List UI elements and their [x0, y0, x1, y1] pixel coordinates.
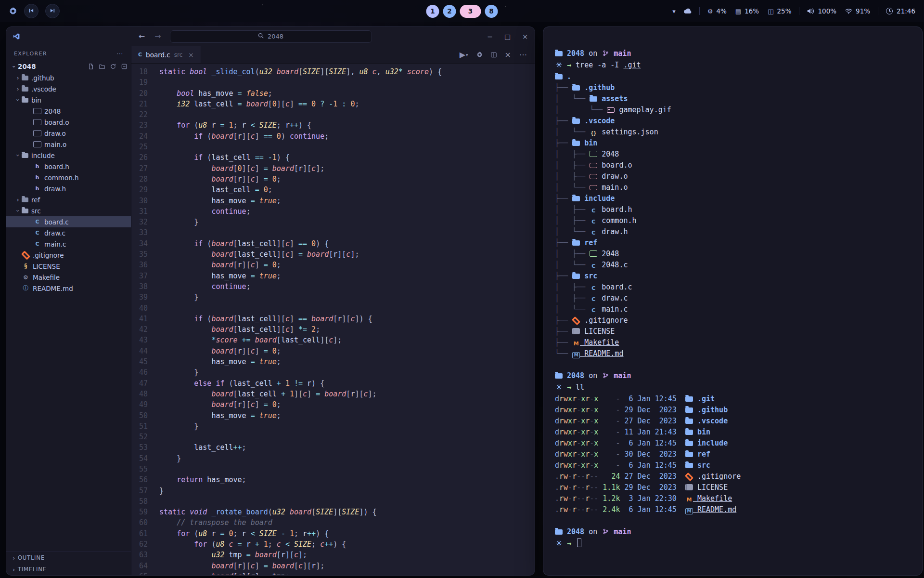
- more-actions-icon[interactable]: ⋯: [519, 50, 527, 59]
- code-line-60[interactable]: 60 // transpose the board: [131, 517, 535, 528]
- tab-close-icon[interactable]: ×: [188, 51, 193, 59]
- code-line-21[interactable]: 21 i32 last_cell = board[0][c] == 0 ? -1…: [131, 99, 535, 109]
- code-line-34[interactable]: 34 if (board[last_cell][c] == 0) {: [131, 238, 535, 249]
- tab-board-c[interactable]: C board.c src ×: [131, 46, 201, 63]
- explorer-item-draw.h[interactable]: hdraw.h: [6, 183, 131, 194]
- code-area[interactable]: 18static bool _slide_col(u32 board[SIZE]…: [131, 64, 535, 575]
- code-line-44[interactable]: 44 board[r][c] = 0;: [131, 346, 535, 356]
- weather-cloud-icon[interactable]: [683, 8, 692, 14]
- code-line-22[interactable]: 22: [131, 109, 535, 120]
- code-line-46[interactable]: 46 }: [131, 367, 535, 378]
- code-line-43[interactable]: 43 *score += board[last_cell][c];: [131, 335, 535, 345]
- code-line-36[interactable]: 36 board[r][c] = 0;: [131, 260, 535, 270]
- code-line-62[interactable]: 62 for (u8 c = r + 1; c < SIZE; c++) {: [131, 539, 535, 550]
- explorer-item-board.c[interactable]: Cboard.c: [6, 216, 131, 227]
- code-line-38[interactable]: 38 continue;: [131, 281, 535, 292]
- code-line-47[interactable]: 47 else if (last_cell + 1 != r) {: [131, 378, 535, 389]
- terminal-window[interactable]: 2048 on main → tree -a -I .git .├── .git…: [543, 26, 923, 576]
- code-line-20[interactable]: 20 bool has_move = false;: [131, 88, 535, 99]
- code-line-19[interactable]: 19: [131, 77, 535, 88]
- settings-gear-icon[interactable]: [476, 52, 483, 58]
- explorer-item-README.md[interactable]: ⓘREADME.md: [6, 283, 131, 294]
- code-line-40[interactable]: 40: [131, 303, 535, 314]
- explorer-item-2048[interactable]: 2048: [6, 105, 131, 117]
- code-line-61[interactable]: 61 for (u8 r = 0; r < SIZE - 1; r++) {: [131, 528, 535, 539]
- vscode-titlebar[interactable]: ← → 2048 − □ ×: [6, 27, 535, 46]
- code-line-55[interactable]: 55: [131, 464, 535, 474]
- refresh-icon[interactable]: [110, 64, 116, 69]
- code-line-54[interactable]: 54 }: [131, 453, 535, 464]
- explorer-item-main.c[interactable]: Cmain.c: [6, 238, 131, 250]
- workspace-2[interactable]: 2: [443, 5, 456, 18]
- code-line-32[interactable]: 32 }: [131, 217, 535, 227]
- code-line-51[interactable]: 51 }: [131, 421, 535, 432]
- close-editor-icon[interactable]: ×: [505, 50, 511, 59]
- nav-back-icon[interactable]: ←: [139, 32, 145, 41]
- code-line-37[interactable]: 37 has_move = true;: [131, 271, 535, 281]
- workspace-8[interactable]: 8: [485, 5, 498, 18]
- code-line-49[interactable]: 49 board[r][c] = 0;: [131, 399, 535, 410]
- code-line-31[interactable]: 31 continue;: [131, 206, 535, 217]
- explorer-item-ref[interactable]: ›ref: [6, 194, 131, 205]
- explorer-item-src[interactable]: ›src: [6, 205, 131, 216]
- workspace-1[interactable]: 1: [426, 5, 439, 18]
- new-folder-icon[interactable]: [99, 64, 105, 69]
- code-line-39[interactable]: 39 }: [131, 292, 535, 302]
- code-line-42[interactable]: 42 board[last_cell][c] *= 2;: [131, 324, 535, 335]
- code-line-23[interactable]: 23 for (u8 r = 1; r < SIZE; r++) {: [131, 120, 535, 131]
- code-line-45[interactable]: 45 has_move = true;: [131, 356, 535, 367]
- timeline-section[interactable]: › TIMELINE: [6, 564, 131, 575]
- minimize-button[interactable]: −: [487, 33, 493, 40]
- code-line-29[interactable]: 29 last_cell = 0;: [131, 184, 535, 195]
- explorer-item-.vscode[interactable]: ›.vscode: [6, 83, 131, 94]
- code-line-27[interactable]: 27 board[0][c] = board[r][c];: [131, 163, 535, 174]
- explorer-more-icon[interactable]: ···: [117, 51, 124, 57]
- code-line-24[interactable]: 24 if (board[r][c] == 0) continue;: [131, 131, 535, 142]
- explorer-item-include[interactable]: ›include: [6, 150, 131, 161]
- code-line-53[interactable]: 53 last_cell++;: [131, 442, 535, 453]
- code-line-35[interactable]: 35 board[last_cell][c] = board[r][c];: [131, 249, 535, 260]
- code-line-63[interactable]: 63 u32 tmp = board[r][c];: [131, 550, 535, 560]
- code-line-59[interactable]: 59static void _rotate_board(u32 board[SI…: [131, 507, 535, 517]
- explorer-item-common.h[interactable]: hcommon.h: [6, 172, 131, 183]
- explorer-item-LICENSE[interactable]: §LICENSE: [6, 261, 131, 272]
- code-line-28[interactable]: 28 board[r][c] = 0;: [131, 174, 535, 184]
- code-line-26[interactable]: 26 if (last_cell == -1) {: [131, 152, 535, 163]
- code-line-65[interactable]: 65 board[c][r] = tmp;: [131, 571, 535, 575]
- explorer-item-board.o[interactable]: board.o: [6, 117, 131, 128]
- run-button[interactable]: ▶▾: [460, 50, 468, 59]
- new-file-icon[interactable]: [88, 64, 94, 69]
- explorer-item-bin[interactable]: ›bin: [6, 94, 131, 105]
- maximize-button[interactable]: □: [504, 33, 511, 40]
- media-next-button[interactable]: [45, 4, 60, 18]
- code-line-30[interactable]: 30 has_move = true;: [131, 196, 535, 206]
- code-line-52[interactable]: 52: [131, 432, 535, 442]
- close-button[interactable]: ×: [522, 33, 528, 40]
- media-prev-button[interactable]: [24, 4, 38, 18]
- explorer-item-.gitignore[interactable]: .gitignore: [6, 250, 131, 261]
- workspace-3-active[interactable]: 3: [460, 5, 481, 18]
- code-line-18[interactable]: 18static bool _slide_col(u32 board[SIZE]…: [131, 66, 535, 77]
- explorer-item-draw.o[interactable]: draw.o: [6, 128, 131, 139]
- launcher-gear-icon[interactable]: [9, 7, 17, 15]
- explorer-item-.github[interactable]: ›.github: [6, 72, 131, 83]
- tray-chevron-icon[interactable]: ▾: [672, 8, 676, 14]
- code-line-50[interactable]: 50 has_move = true;: [131, 410, 535, 421]
- code-line-41[interactable]: 41 if (board[last_cell][c] == board[r][c…: [131, 314, 535, 324]
- code-line-48[interactable]: 48 board[last_cell + 1][c] = board[r][c]…: [131, 389, 535, 399]
- code-line-56[interactable]: 56 return has_move;: [131, 474, 535, 485]
- collapse-all-icon[interactable]: [121, 64, 127, 69]
- nav-forward-icon[interactable]: →: [154, 32, 161, 41]
- explorer-item-main.o[interactable]: main.o: [6, 139, 131, 150]
- code-line-64[interactable]: 64 board[r][c] = board[c][r];: [131, 561, 535, 571]
- explorer-item-board.h[interactable]: hboard.h: [6, 161, 131, 172]
- outline-section[interactable]: › OUTLINE: [6, 552, 131, 564]
- code-line-25[interactable]: 25: [131, 142, 535, 152]
- code-line-33[interactable]: 33: [131, 227, 535, 238]
- code-line-57[interactable]: 57}: [131, 486, 535, 496]
- explorer-item-draw.c[interactable]: Cdraw.c: [6, 227, 131, 238]
- explorer-root-folder[interactable]: › 2048: [6, 61, 131, 72]
- code-line-58[interactable]: 58: [131, 496, 535, 507]
- command-center-search[interactable]: 2048: [170, 30, 372, 43]
- explorer-item-Makefile[interactable]: ⚙Makefile: [6, 272, 131, 283]
